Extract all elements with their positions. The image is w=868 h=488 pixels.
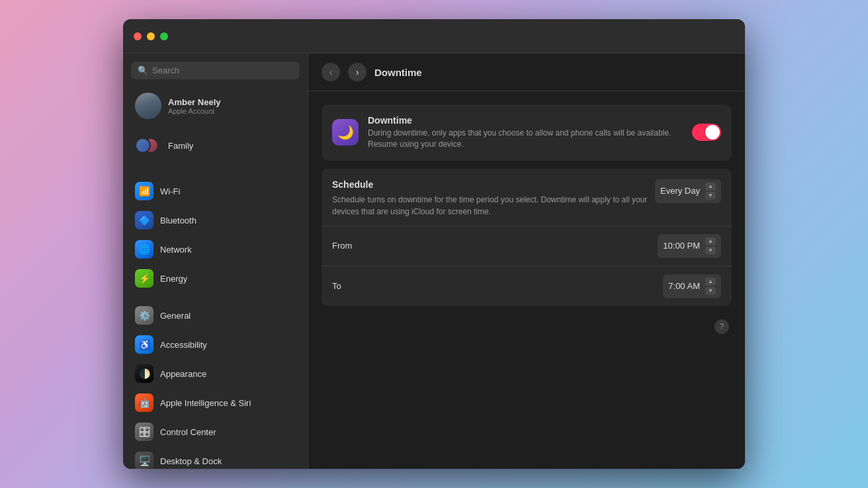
search-box[interactable]: 🔍 Search <box>131 61 300 79</box>
downtime-title: Downtime <box>368 115 683 126</box>
to-down-arrow[interactable]: ▼ <box>705 287 716 295</box>
sidebar-item-bluetooth[interactable]: 🔷 Bluetooth <box>127 206 304 234</box>
user-name: Amber Neely <box>168 97 220 107</box>
to-time-picker[interactable]: 7:00 AM ▲ ▼ <box>663 274 721 298</box>
sidebar-item-label: Wi-Fi <box>160 186 180 196</box>
to-up-arrow[interactable]: ▲ <box>705 278 716 286</box>
from-time-value: 10:00 PM <box>663 241 700 251</box>
sidebar-item-network[interactable]: 🌐 Network <box>127 235 304 263</box>
sidebar-item-wifi[interactable]: 📶 Wi-Fi <box>127 177 304 205</box>
avatar <box>135 93 161 119</box>
sidebar-item-desktop-dock[interactable]: 🖥️ Desktop & Dock <box>127 447 304 469</box>
network-icon: 🌐 <box>135 240 153 259</box>
sidebar-item-appearance[interactable]: 🌓 Appearance <box>127 360 304 387</box>
sidebar-item-label: Control Center <box>160 427 216 437</box>
frequency-value: Every Day <box>660 186 700 196</box>
to-time-row: To 7:00 AM ▲ ▼ <box>322 266 732 306</box>
sidebar-item-label: Appearance <box>160 369 206 379</box>
schedule-frequency-picker[interactable]: Every Day ▲ ▼ <box>655 179 721 203</box>
to-stepper[interactable]: ▲ ▼ <box>705 277 716 296</box>
sidebar-item-label: Desktop & Dock <box>160 456 222 466</box>
family-label: Family <box>168 141 193 151</box>
control-center-icon: 🎛️ <box>135 423 153 441</box>
downtime-card: 🌙 Downtime During downtime, only apps th… <box>322 104 732 161</box>
main-content: ‹ › Downtime 🌙 Downtime During downtime,… <box>308 54 745 469</box>
general-icon: ⚙️ <box>135 306 153 325</box>
sidebar-item-label: Network <box>160 245 192 255</box>
frequency-select[interactable]: Every Day ▲ ▼ <box>655 179 721 203</box>
search-icon: 🔍 <box>138 65 148 75</box>
page-title: Downtime <box>374 67 422 78</box>
bottom-area: ? <box>322 314 732 334</box>
schedule-info: Schedule Schedule turns on downtime for … <box>332 179 655 218</box>
from-up-arrow[interactable]: ▲ <box>705 237 716 245</box>
from-time-picker[interactable]: 10:00 PM ▲ ▼ <box>658 234 721 258</box>
content-area: 🔍 Search Amber Neely Apple Account <box>123 54 745 469</box>
forward-button[interactable]: › <box>348 63 367 81</box>
main-body: 🌙 Downtime During downtime, only apps th… <box>308 91 745 469</box>
to-label: To <box>332 281 663 291</box>
bluetooth-icon: 🔷 <box>135 211 153 229</box>
schedule-card: Schedule Schedule turns on downtime for … <box>322 169 732 306</box>
sidebar-item-general[interactable]: ⚙️ General <box>127 302 304 329</box>
wifi-icon: 📶 <box>135 182 153 200</box>
frequency-up-arrow[interactable]: ▲ <box>705 183 716 190</box>
sidebar-item-label: Bluetooth <box>160 216 196 225</box>
sidebar-item-label: Accessibility <box>160 340 207 350</box>
user-subtitle: Apple Account <box>168 107 220 115</box>
sidebar-item-apple-intelligence-siri[interactable]: 🤖 Apple Intelligence & Siri <box>127 389 304 417</box>
traffic-lights <box>134 32 168 40</box>
system-preferences-window: 🔍 Search Amber Neely Apple Account <box>123 19 745 469</box>
schedule-header: Schedule Schedule turns on downtime for … <box>322 169 732 226</box>
title-bar <box>123 19 745 54</box>
search-container: 🔍 Search <box>123 61 308 87</box>
search-placeholder: Search <box>152 65 179 75</box>
minimize-button[interactable] <box>147 32 155 40</box>
sidebar-item-family[interactable]: Family <box>127 130 304 161</box>
from-time-row: From 10:00 PM ▲ ▼ <box>322 226 732 266</box>
from-stepper[interactable]: ▲ ▼ <box>705 237 716 255</box>
schedule-description: Schedule turns on downtime for the time … <box>332 194 655 218</box>
downtime-description: During downtime, only apps that you choo… <box>368 128 683 150</box>
desktop-dock-icon: 🖥️ <box>135 452 153 469</box>
help-button[interactable]: ? <box>715 319 729 334</box>
close-button[interactable] <box>134 32 142 40</box>
schedule-title: Schedule <box>332 179 655 190</box>
maximize-button[interactable] <box>160 32 168 40</box>
sidebar: 🔍 Search Amber Neely Apple Account <box>123 54 308 469</box>
family-avatars <box>135 135 161 156</box>
from-down-arrow[interactable]: ▼ <box>705 247 716 255</box>
frequency-down-arrow[interactable]: ▼ <box>705 192 716 200</box>
downtime-row: 🌙 Downtime During downtime, only apps th… <box>322 104 732 161</box>
apple-intelligence-icon: 🤖 <box>135 393 153 412</box>
sidebar-item-label: Energy <box>160 274 187 284</box>
from-label: From <box>332 241 658 251</box>
downtime-toggle[interactable] <box>692 124 721 141</box>
sidebar-item-accessibility[interactable]: ♿ Accessibility <box>127 331 304 358</box>
sidebar-item-control-center[interactable]: 🎛️ Control Center <box>127 418 304 446</box>
frequency-stepper[interactable]: ▲ ▼ <box>705 182 716 200</box>
energy-icon: ⚡ <box>135 269 153 288</box>
main-header: ‹ › Downtime <box>308 54 745 91</box>
sidebar-item-energy[interactable]: ⚡ Energy <box>127 264 304 292</box>
accessibility-icon: ♿ <box>135 335 153 354</box>
downtime-icon: 🌙 <box>332 119 359 145</box>
user-info: Amber Neely Apple Account <box>168 97 220 115</box>
sidebar-item-label: Apple Intelligence & Siri <box>160 398 251 408</box>
appearance-icon: 🌓 <box>135 364 153 383</box>
back-button[interactable]: ‹ <box>322 63 340 81</box>
family-avatar-1 <box>135 138 151 153</box>
downtime-text: Downtime During downtime, only apps that… <box>368 115 683 150</box>
avatar-image <box>135 93 161 119</box>
user-account-item[interactable]: Amber Neely Apple Account <box>127 87 304 124</box>
sidebar-item-label: General <box>160 311 191 321</box>
to-time-value: 7:00 AM <box>668 281 700 291</box>
